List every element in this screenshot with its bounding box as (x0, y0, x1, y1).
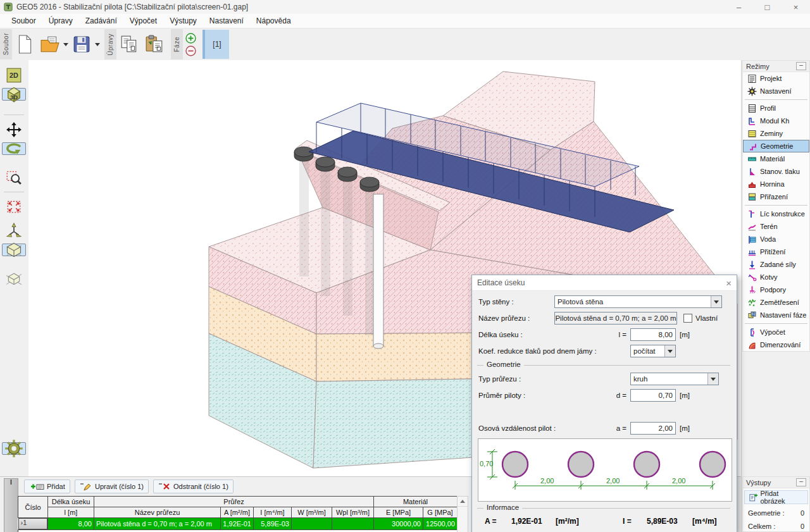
cell-w (292, 518, 332, 530)
open-file-icon (40, 35, 59, 53)
mode-kotvy[interactable]: Kotvy (743, 271, 809, 283)
modes-collapse-button[interactable]: – (796, 62, 806, 70)
checkbox-icon[interactable] (683, 314, 692, 323)
mode-hornina[interactable]: Hornina (743, 178, 809, 190)
mode-stanov-tlaku[interactable]: Stanov. tlaku (743, 165, 809, 178)
info-i-symbol: I = (623, 517, 632, 526)
panel-splitter-handle[interactable]: I (4, 478, 18, 532)
pressure-icon (747, 167, 757, 176)
remove-icon (158, 482, 171, 491)
view-toolbar: 2D 3D (0, 60, 29, 476)
add-picture-icon (749, 493, 757, 502)
scroll-up-icon[interactable] (458, 497, 468, 507)
mode-zemetreseni[interactable]: Zemětřesení (743, 296, 809, 309)
open-file-button[interactable] (39, 31, 61, 58)
view-2d-button[interactable]: 2D (2, 64, 26, 87)
close-button[interactable]: × (782, 0, 810, 14)
mode-podpory[interactable]: Podpory (743, 283, 809, 296)
geo5-window: GEO5 2016 - Stabilizační pilota [C:\Stab… (0, 0, 810, 532)
coef-select[interactable]: počítat (630, 345, 676, 357)
svg-text:2,00: 2,00 (606, 477, 620, 485)
view-settings-button[interactable] (2, 442, 26, 455)
add-picture-button[interactable]: Přidat obrázek (744, 490, 808, 504)
rotate-tool-button[interactable] (2, 142, 26, 155)
menu-zadavani[interactable]: Zadávání (79, 15, 123, 27)
menu-vypocet[interactable]: Výpočet (123, 15, 163, 27)
mode-material[interactable]: Materiál (743, 152, 809, 165)
dialog-title: Editace úseku (477, 278, 525, 287)
diameter-label: Průměr piloty : (478, 389, 525, 402)
axes-button[interactable] (2, 220, 26, 242)
remove-section-button[interactable]: Odstranit (číslo 1) (153, 479, 234, 493)
mode-lic-konstrukce[interactable]: Líc konstrukce (743, 207, 809, 220)
table-scrollbar[interactable] (457, 496, 468, 532)
add-section-button[interactable]: Přidat (24, 479, 70, 493)
mode-nastaveni-faze[interactable]: 2 Nastavení fáze (743, 309, 809, 321)
info-a-unit: [m²/m] (556, 517, 579, 526)
mode-prirazeni[interactable]: Přiřazení (743, 190, 809, 203)
main-toolbar: Soubor Úpravy (0, 28, 810, 61)
pan-tool-button[interactable] (2, 118, 26, 141)
menu-vystupy[interactable]: Výstupy (163, 15, 203, 27)
mode-projekt[interactable]: Projekt (743, 72, 809, 85)
diameter-symbol: d = (613, 389, 626, 402)
svg-text:3D: 3D (10, 94, 18, 101)
new-file-button[interactable] (13, 31, 36, 58)
mode-nastaveni[interactable]: Nastavení (743, 85, 809, 97)
view-mode-wireframe-button[interactable] (2, 268, 26, 290)
info-i-value: 5,89E-03 (647, 517, 678, 526)
row-number-cell[interactable]: ›1 (18, 518, 48, 529)
maximize-button[interactable]: □ (753, 0, 782, 14)
add-phase-button[interactable] (185, 33, 196, 44)
mode-geometrie[interactable]: Geometrie (743, 140, 809, 152)
mode-voda[interactable]: Voda (743, 233, 809, 245)
dialog-title-bar[interactable]: Editace úseku × (472, 275, 737, 291)
copy-button[interactable] (118, 31, 140, 58)
remove-phase-button[interactable] (185, 46, 196, 56)
menu-napoveda[interactable]: Nápověda (250, 15, 297, 27)
view-3d-button[interactable]: 3D (2, 88, 26, 101)
mode-teren[interactable]: Terén (743, 220, 809, 233)
menu-upravy[interactable]: Úpravy (42, 15, 79, 27)
custom-checkbox[interactable]: Vlastní (683, 312, 718, 325)
cross-section-select[interactable]: kruh (630, 373, 719, 385)
zoom-window-button[interactable] (2, 166, 26, 189)
save-dropdown[interactable] (94, 31, 101, 58)
info-a-value: 1,92E-01 (511, 517, 542, 526)
mode-zadane-sily[interactable]: Zadané síly (743, 258, 809, 271)
length-input[interactable]: 8,00 (630, 328, 676, 341)
view-mode-hidden-button[interactable] (2, 244, 26, 256)
svg-text:0,70: 0,70 (480, 460, 493, 467)
table-row[interactable]: ›1 8,00 Pilotová stěna d = 0,70 m; a = 2… (18, 518, 458, 530)
mode-modul-kh[interactable]: Modul Kh (743, 114, 809, 127)
project-icon (747, 74, 757, 84)
menu-nastaveni[interactable]: Nastavení (203, 15, 250, 27)
wall-type-select[interactable]: Pilotová stěna (554, 295, 722, 308)
spacing-input[interactable]: 2,00 (630, 422, 676, 435)
minimize-button[interactable]: – (725, 0, 753, 14)
mode-vypocet[interactable]: Výpočet (743, 326, 809, 338)
zoom-window-icon (6, 170, 22, 186)
length-unit: [m] (680, 328, 690, 341)
zoom-fit-button[interactable] (2, 195, 26, 218)
dialog-close-icon[interactable]: × (726, 278, 732, 288)
svg-text:2,00: 2,00 (672, 477, 685, 485)
menu-soubor[interactable]: Soubor (5, 15, 42, 27)
toolbar-group-file: Soubor (0, 29, 12, 59)
material-icon (747, 154, 757, 164)
open-file-dropdown[interactable] (63, 31, 69, 58)
mode-profil[interactable]: Profil (743, 102, 809, 114)
mode-zeminy[interactable]: Zeminy (743, 127, 809, 140)
mode-dimenzovani[interactable]: Dimenzování (743, 338, 809, 351)
toolbar-group-edit: Úpravy (104, 29, 116, 59)
save-button[interactable] (70, 31, 93, 58)
edit-section-button[interactable]: Upravit (číslo 1) (75, 479, 149, 493)
stage-tab-1[interactable]: [1] (202, 30, 229, 59)
wall-type-label: Typ stěny : (478, 295, 514, 308)
diameter-input[interactable]: 0,70 (630, 389, 676, 402)
paste-button[interactable] (143, 31, 166, 58)
outputs-collapse-button[interactable]: – (796, 478, 806, 486)
surcharge-icon (747, 247, 757, 257)
mode-pritizeni[interactable]: Přitížení (743, 245, 809, 258)
svg-text:2: 2 (752, 312, 755, 316)
